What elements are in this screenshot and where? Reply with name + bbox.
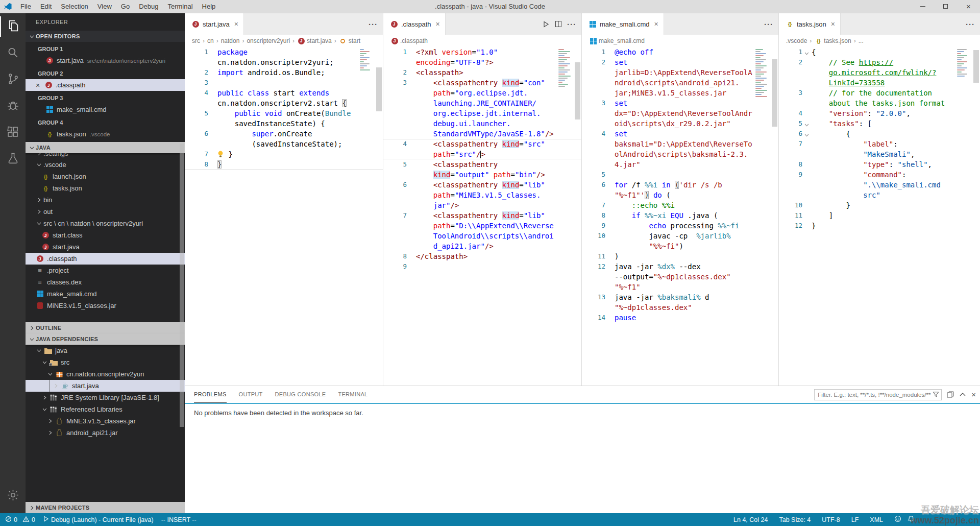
code-area[interactable]: 1<?xml version="1.0"encoding="UTF-8"?>2<… bbox=[383, 47, 581, 386]
breadcrumb-item[interactable]: make_smali.cmd bbox=[589, 37, 645, 44]
breadcrumb[interactable]: .vscode›{}tasks.json›... bbox=[779, 35, 980, 47]
java-tree-item[interactable]: J.classpath bbox=[26, 253, 185, 265]
eol-indicator[interactable]: LF bbox=[851, 516, 859, 523]
open-editor-item[interactable]: make_smali.cmd bbox=[26, 104, 185, 115]
breadcrumb-item[interactable]: onscripterv2yuri bbox=[247, 37, 290, 44]
activitybar-extensions[interactable] bbox=[0, 119, 26, 146]
sidebar-scrollbar[interactable] bbox=[180, 144, 184, 427]
tab-make_smali.cmd[interactable]: make_smali.cmd× bbox=[582, 13, 664, 35]
minimap[interactable] bbox=[558, 49, 574, 89]
breadcrumb-item[interactable]: src bbox=[192, 37, 200, 44]
close-tab-icon[interactable]: × bbox=[234, 20, 238, 28]
more-icon[interactable]: ··· bbox=[764, 20, 773, 29]
deps-tree-item[interactable]: android_api21.jar bbox=[26, 427, 185, 439]
notifications-bell-icon[interactable] bbox=[908, 515, 915, 524]
menu-view[interactable]: View bbox=[93, 0, 116, 13]
split-icon[interactable] bbox=[555, 20, 562, 28]
java-tree-item[interactable]: ≡.project bbox=[26, 265, 185, 276]
run-icon[interactable] bbox=[542, 20, 550, 28]
problems-filter-input[interactable] bbox=[818, 392, 933, 398]
fold-chevron-icon[interactable] bbox=[804, 130, 809, 140]
menu-go[interactable]: Go bbox=[116, 0, 134, 13]
tab-.classpath[interactable]: J.classpath× bbox=[383, 13, 446, 35]
activitybar-debug[interactable] bbox=[0, 93, 26, 119]
language-mode-indicator[interactable]: XML bbox=[870, 516, 883, 523]
activitybar-settings[interactable] bbox=[0, 483, 26, 509]
minimap[interactable] bbox=[957, 49, 972, 79]
java-tree-item[interactable]: make_smali.cmd bbox=[26, 288, 185, 300]
java-tree-item[interactable]: MiNE3.v1.5_classes.jar bbox=[26, 300, 185, 312]
java-tree-item[interactable]: {}launch.json bbox=[26, 171, 185, 182]
section-maven-projects[interactable]: MAVEN PROJECTS bbox=[26, 502, 185, 513]
close-tab-icon[interactable]: × bbox=[831, 20, 835, 28]
panel-tab-problems[interactable]: PROBLEMS bbox=[194, 386, 227, 403]
deps-tree-item[interactable]: Referenced Libraries bbox=[26, 403, 185, 415]
close-panel-icon[interactable]: × bbox=[971, 390, 976, 399]
java-tree-item[interactable]: ≡classes.dex bbox=[26, 276, 185, 288]
code-area[interactable]: 1@echo off2setjarlib=D:\AppExtend\Revers… bbox=[582, 47, 778, 386]
more-icon[interactable]: ··· bbox=[369, 20, 378, 29]
open-editor-item[interactable]: ×J.classpath bbox=[26, 79, 185, 91]
more-icon[interactable]: ··· bbox=[966, 20, 975, 29]
breadcrumb-item[interactable]: .vscode bbox=[786, 37, 807, 44]
close-button[interactable]: × bbox=[957, 0, 980, 13]
minimap[interactable] bbox=[755, 49, 771, 99]
activitybar-search[interactable] bbox=[0, 40, 26, 66]
deps-tree-item[interactable]: MiNE3.v1.5_classes.jar bbox=[26, 415, 185, 427]
feedback-smiley-icon[interactable] bbox=[894, 515, 901, 524]
panel-position-icon[interactable] bbox=[947, 391, 954, 398]
open-editors-header[interactable]: OPEN EDITORS bbox=[26, 31, 185, 42]
maximize-button[interactable] bbox=[934, 0, 957, 13]
java-tree-item[interactable]: .vscode bbox=[26, 159, 185, 171]
panel-tab-debug-console[interactable]: DEBUG CONSOLE bbox=[275, 386, 326, 403]
encoding-indicator[interactable]: UTF-8 bbox=[822, 516, 840, 523]
menu-edit[interactable]: Edit bbox=[36, 0, 56, 13]
panel-tab-output[interactable]: OUTPUT bbox=[239, 386, 263, 403]
deps-tree-item[interactable]: src bbox=[26, 356, 185, 368]
breadcrumb-item[interactable]: Jstart.java bbox=[297, 37, 332, 44]
java-tree-item[interactable]: .settings bbox=[26, 153, 185, 159]
java-tree-item[interactable]: bin bbox=[26, 194, 185, 206]
cursor-position[interactable]: Ln 4, Col 24 bbox=[733, 516, 768, 523]
java-tree-item[interactable]: Jstart.class bbox=[26, 229, 185, 241]
close-editor-icon[interactable]: × bbox=[34, 81, 42, 89]
activitybar-explorer[interactable] bbox=[0, 13, 26, 40]
breadcrumb-item[interactable]: {}tasks.json bbox=[814, 37, 851, 44]
java-tree-item[interactable]: out bbox=[26, 206, 185, 218]
fold-chevron-icon[interactable] bbox=[804, 48, 809, 58]
debug-launch-status[interactable]: Debug (Launch) - Current File (java) bbox=[43, 516, 154, 523]
activitybar-source-control[interactable] bbox=[0, 66, 26, 93]
java-tree-item[interactable]: src \ cn \ natdon \ onscripterv2yuri bbox=[26, 218, 185, 229]
minimap[interactable] bbox=[360, 49, 375, 73]
deps-tree-item[interactable]: java bbox=[26, 345, 185, 356]
menu-help[interactable]: Help bbox=[198, 0, 220, 13]
breadcrumb-item[interactable]: cn bbox=[207, 37, 214, 44]
java-tree-item[interactable]: Jstart.java bbox=[26, 241, 185, 253]
breadcrumb[interactable]: make_smali.cmd bbox=[582, 35, 778, 47]
tab-start.java[interactable]: Jstart.java× bbox=[185, 13, 244, 35]
more-icon[interactable]: ··· bbox=[567, 20, 576, 29]
breadcrumb[interactable]: src›cn›natdon›onscripterv2yuri›Jstart.ja… bbox=[185, 35, 383, 47]
scrollbar-thumb[interactable] bbox=[772, 59, 777, 127]
close-tab-icon[interactable]: × bbox=[436, 20, 440, 28]
panel-tab-terminal[interactable]: TERMINAL bbox=[338, 386, 368, 403]
menu-terminal[interactable]: Terminal bbox=[163, 0, 197, 13]
breadcrumb[interactable]: J.classpath bbox=[383, 35, 581, 47]
scrollbar-thumb[interactable] bbox=[376, 67, 382, 111]
scrollbar-thumb[interactable] bbox=[973, 50, 979, 83]
open-editor-item[interactable]: Jstart.javasrc\cn\natdon\onscripterv2yur… bbox=[26, 55, 185, 66]
deps-tree-item[interactable]: start.java bbox=[26, 380, 185, 392]
fold-chevron-icon[interactable] bbox=[804, 119, 809, 130]
section-java[interactable]: JAVA bbox=[26, 142, 185, 153]
lightbulb-icon[interactable] bbox=[217, 150, 224, 160]
code-area[interactable]: 1{2 // See https:// go.microsoft.com/fwl… bbox=[779, 47, 980, 386]
menu-file[interactable]: File bbox=[16, 0, 36, 13]
problems-status[interactable]: 0 0 bbox=[5, 516, 35, 524]
filter-funnel-icon[interactable] bbox=[933, 391, 939, 398]
tab-tasks.json[interactable]: {}tasks.json× bbox=[779, 13, 841, 35]
deps-tree-item[interactable]: cn.natdon.onscripterv2yuri bbox=[26, 368, 185, 380]
breadcrumb-item[interactable]: start bbox=[339, 37, 360, 44]
section-java-dependencies[interactable]: JAVA DEPENDENCIES bbox=[26, 333, 185, 345]
minimize-button[interactable] bbox=[911, 0, 934, 13]
scrollbar-thumb[interactable] bbox=[575, 62, 580, 119]
